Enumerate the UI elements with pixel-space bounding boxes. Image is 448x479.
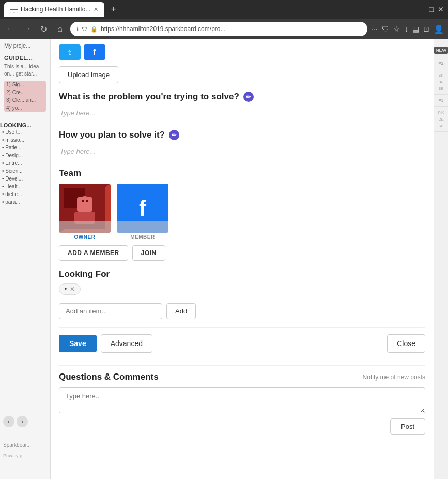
team-member-facebook: f MEMBER — [117, 184, 168, 240]
main-container: My proje... GUIDEL... This is a... idea … — [0, 39, 448, 479]
browser-titlebar: Hacking Health Hamilto... ✕ + — □ ✕ — [0, 0, 448, 19]
guideline-item-2: 2) Cre... — [6, 88, 46, 96]
comments-title: Questions & Comments — [59, 372, 159, 382]
problem-question-text: What is the problem you're trying to sol… — [59, 92, 239, 102]
upload-image-button[interactable]: Upload Image — [59, 66, 118, 83]
notify-link[interactable]: Notify me of new posts — [363, 373, 425, 381]
tab-title: Hacking Health Hamilto... — [21, 6, 90, 13]
guideline-item-3: 3) Cle... an... — [6, 96, 46, 104]
add-item-row: Add — [59, 303, 425, 319]
forward-button[interactable]: → — [21, 24, 33, 34]
post-button[interactable]: Post — [390, 418, 425, 435]
minimize-icon[interactable]: — — [418, 5, 425, 13]
new-tab-icon[interactable]: + — [107, 4, 119, 15]
tag-remove-button[interactable]: ✕ — [70, 286, 75, 293]
home-button[interactable]: ⌂ — [54, 24, 66, 34]
right-number-2-section: #2 — [434, 57, 448, 69]
shield-toolbar-icon[interactable]: 🛡 — [382, 25, 389, 33]
add-member-button[interactable]: ADD A MEMBER — [59, 245, 128, 261]
profile-icon[interactable]: 👤 — [434, 24, 444, 34]
solution-question-text: How you plan to solve it? — [59, 130, 165, 140]
close-button[interactable]: Close — [387, 334, 425, 353]
sidebar-nav-arrows: ‹ › — [3, 416, 28, 427]
sidebar-looking-for-title: LOOKING... — [0, 122, 50, 128]
url-text: https://hhhamilton2019.sparkboard.com/pr… — [101, 25, 225, 33]
solution-header: How you plan to solve it? ✏ — [59, 130, 425, 140]
right-sidebar: NEW #2 sn ba se #3 nR ea se — [434, 39, 448, 479]
main-content: 𝕥 f Upload Image What is the problem you… — [51, 39, 434, 479]
lock-icon: 🔒 — [90, 26, 98, 33]
browser-toolbar: ← → ↻ ⌂ ℹ 🛡 🔒 https://hhhamilton2019.spa… — [0, 19, 448, 39]
shield-icon: 🛡 — [82, 26, 87, 32]
solution-edit-icon[interactable]: ✏ — [169, 130, 179, 140]
owner-avatar — [59, 184, 111, 233]
facebook-share-button[interactable]: f — [84, 44, 105, 60]
guidelines-list: 1) Sig... 2) Cre... 3) Cle... an... 4) y… — [4, 81, 46, 112]
right-new-section: NEW — [434, 43, 448, 57]
right-release-label-2: ea — [438, 116, 443, 122]
maximize-icon[interactable]: □ — [429, 5, 434, 13]
twitter-icon: 𝕥 — [68, 49, 71, 56]
member-role-label: MEMBER — [130, 234, 155, 240]
twitter-share-button[interactable]: 𝕥 — [59, 44, 81, 60]
owner-name-overlay — [59, 221, 111, 233]
facebook-icon: f — [93, 48, 96, 57]
nav-next-button[interactable]: › — [17, 416, 28, 427]
looking-for-main-title: Looking For — [59, 269, 425, 279]
problem-header: What is the problem you're trying to sol… — [59, 92, 425, 102]
guidelines-box: 1) Sig... 2) Cre... 3) Cle... an... 4) y… — [4, 81, 46, 112]
problem-edit-icon[interactable]: ✏ — [243, 92, 254, 102]
comments-section: Questions & Comments Notify me of new po… — [59, 365, 425, 435]
right-status-section: sn ba se — [434, 69, 448, 95]
download-icon[interactable]: ↓ — [404, 24, 408, 34]
right-number-3-section: #3 — [434, 95, 448, 107]
looking-item-10: • para... — [2, 198, 50, 206]
tag-bullet: • — [65, 286, 67, 293]
member-avatar: f — [117, 184, 168, 233]
sidebar-privacy: Privacy p... — [3, 453, 26, 458]
team-section: Team — [59, 168, 425, 261]
right-number-2: #2 — [438, 61, 443, 66]
looking-item-4: • Desig... — [2, 152, 50, 159]
looking-item-6: • Scien... — [2, 167, 50, 175]
join-button[interactable]: JOIN — [132, 245, 165, 261]
sync-icon[interactable]: ⊡ — [423, 25, 429, 33]
close-window-icon[interactable]: ✕ — [438, 5, 444, 13]
browser-tab[interactable]: Hacking Health Hamilto... ✕ — [4, 2, 104, 17]
svg-point-4 — [79, 196, 91, 208]
team-members: OWNER f MEMBER — [59, 184, 425, 240]
right-status-label-3: se — [439, 86, 444, 91]
history-icon[interactable]: ▤ — [412, 25, 419, 33]
add-item-button[interactable]: Add — [166, 303, 196, 319]
problem-text-area[interactable]: Type here... — [59, 106, 425, 122]
looking-for-tags: • ✕ — [59, 283, 425, 299]
sidebar-my-projects[interactable]: My proje... — [0, 39, 50, 52]
address-bar[interactable]: ℹ 🛡 🔒 https://hhhamilton2019.sparkboard.… — [70, 22, 367, 36]
save-button[interactable]: Save — [59, 335, 97, 352]
guidelines-section: GUIDEL... This is a... idea on... get st… — [0, 52, 50, 118]
looking-item-2: • missio... — [2, 136, 50, 144]
new-badge: NEW — [434, 47, 448, 54]
comment-submit-row: Post — [59, 418, 425, 435]
right-release-label-3: se — [439, 123, 444, 128]
tab-close-icon[interactable]: ✕ — [94, 6, 98, 13]
info-icon: ℹ — [76, 26, 79, 33]
comment-input[interactable] — [59, 387, 425, 413]
add-item-input[interactable] — [59, 303, 162, 319]
sidebar-looking-for: LOOKING... • Use t... • missio... • Pati… — [0, 122, 50, 206]
right-release-label: nR — [438, 110, 444, 115]
refresh-button[interactable]: ↻ — [37, 24, 50, 34]
star-icon[interactable]: ☆ — [393, 25, 400, 33]
back-button[interactable]: ← — [4, 24, 17, 34]
solution-text-area[interactable]: Type here... — [59, 144, 425, 160]
more-button[interactable]: ··· — [372, 25, 378, 33]
nav-prev-button[interactable]: ‹ — [3, 416, 14, 427]
looking-item-9: • dietie... — [2, 190, 50, 198]
looking-item-8: • Healt... — [2, 183, 50, 190]
advanced-button[interactable]: Advanced — [101, 334, 152, 353]
guidelines-text: This is a... idea on... get star... — [4, 63, 46, 78]
looking-for-main: Looking For • ✕ Add — [59, 269, 425, 319]
looking-item-1: • Use t... — [2, 128, 50, 136]
looking-for-list: • Use t... • missio... • Patie... • Desi… — [0, 128, 50, 206]
left-sidebar: My proje... GUIDEL... This is a... idea … — [0, 39, 51, 479]
